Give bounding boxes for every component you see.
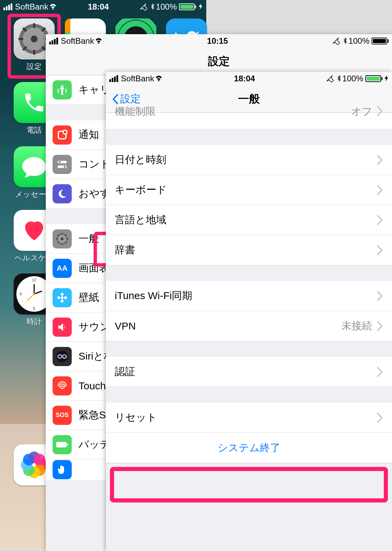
svg-point-20 xyxy=(63,130,67,134)
row-label: 機能制限 xyxy=(115,105,156,119)
chevron-right-icon xyxy=(377,367,383,377)
status-bar: SoftBank 18:04 100% xyxy=(0,0,206,14)
cell-label: 壁紙 xyxy=(79,291,99,305)
svg-rect-31 xyxy=(56,442,67,447)
back-label: 設定 xyxy=(120,92,141,106)
row-dictionary[interactable]: 辞書 xyxy=(106,235,392,265)
notifications-icon xyxy=(53,125,72,145)
clock-label: 10:15 xyxy=(207,36,228,46)
chevron-right-icon xyxy=(377,245,383,255)
chevron-right-icon xyxy=(377,215,383,225)
svg-point-18 xyxy=(33,293,35,295)
hand-icon xyxy=(53,460,72,479)
svg-point-24 xyxy=(64,165,66,167)
wifi-icon xyxy=(50,3,57,10)
siri-icon xyxy=(53,347,72,366)
toggles-icon xyxy=(53,155,72,174)
row-label: 認証 xyxy=(115,365,135,379)
chevron-right-icon xyxy=(377,413,383,423)
row-regulatory[interactable]: 認証 xyxy=(106,357,392,387)
cell-label: Touch xyxy=(79,380,106,392)
svg-point-27 xyxy=(61,299,64,303)
chevron-right-icon xyxy=(377,185,383,195)
row-label: iTunes Wi-Fi同期 xyxy=(115,289,192,303)
battery-pct: 100% xyxy=(342,74,363,83)
status-bar: SoftBank 10:15 100% xyxy=(46,34,392,48)
fingerprint-icon xyxy=(53,376,72,395)
chevron-right-icon xyxy=(377,106,383,116)
charging-bolt-icon xyxy=(384,74,389,83)
bluetooth-icon xyxy=(336,76,340,82)
row-label: 日付と時刻 xyxy=(115,153,166,167)
signal-icon xyxy=(49,38,58,44)
bluetooth-icon xyxy=(342,38,347,44)
heart-icon xyxy=(22,219,46,241)
antenna-icon xyxy=(53,80,72,99)
flower-icon xyxy=(53,288,72,307)
svg-point-26 xyxy=(61,293,64,296)
battery-cell-icon xyxy=(53,435,72,454)
wifi-icon xyxy=(155,75,163,82)
battery-pct: 100% xyxy=(156,2,177,12)
carrier-label: SoftBank xyxy=(121,74,154,83)
battery-icon xyxy=(365,75,382,82)
row-keyboard[interactable]: キーボード xyxy=(106,175,392,205)
row-label: リセット xyxy=(115,411,157,425)
photos-flower-icon xyxy=(20,451,48,479)
bluetooth-icon xyxy=(149,4,154,10)
row-value: 未接続 xyxy=(341,319,372,333)
status-bar: SoftBank 18:04 100% xyxy=(106,72,392,85)
svg-point-28 xyxy=(57,296,60,299)
row-value: オフ xyxy=(351,105,372,119)
battery-icon xyxy=(179,3,196,10)
signal-icon xyxy=(3,3,12,10)
svg-line-16 xyxy=(34,291,42,294)
cell-label: 画面表 xyxy=(79,261,109,275)
gear-icon xyxy=(53,229,72,248)
row-language[interactable]: 言語と地域 xyxy=(106,205,392,235)
battery-icon xyxy=(372,38,389,44)
row-datetime[interactable]: 日付と時刻 xyxy=(106,145,392,175)
row-vpn[interactable]: VPN 未接続 xyxy=(106,311,392,341)
row-label: 言語と地域 xyxy=(115,213,166,227)
row-restrictions[interactable]: 機能制限 オフ xyxy=(106,113,392,129)
chevron-right-icon xyxy=(377,291,383,301)
chevron-right-icon xyxy=(377,321,383,331)
phone-handset-icon xyxy=(22,91,46,115)
signal-icon xyxy=(109,75,118,82)
charging-bolt-icon xyxy=(199,2,203,12)
nav-title: 設定 xyxy=(46,48,392,75)
battery-pct: 100% xyxy=(349,36,369,46)
svg-point-25 xyxy=(61,296,64,299)
location-arrow-icon xyxy=(332,37,340,45)
svg-text:12: 12 xyxy=(32,278,37,282)
svg-point-29 xyxy=(64,296,67,299)
carrier-label: SoftBank xyxy=(15,2,48,12)
row-reset[interactable]: リセット xyxy=(106,403,392,433)
cell-label: 一般 xyxy=(79,232,99,246)
svg-point-23 xyxy=(59,161,61,163)
clock-label: 18:04 xyxy=(88,2,109,12)
svg-rect-32 xyxy=(67,443,68,445)
svg-line-17 xyxy=(27,294,34,301)
svg-text:9: 9 xyxy=(19,292,22,296)
chevron-right-icon xyxy=(377,155,383,165)
nav-title: 一般 xyxy=(238,92,260,107)
row-label: 辞書 xyxy=(115,243,135,257)
speaker-icon xyxy=(53,318,72,337)
carrier-label: SoftBank xyxy=(61,36,94,46)
sos-icon: SOS xyxy=(53,406,72,425)
row-shutdown[interactable]: システム終了 xyxy=(106,433,392,463)
wifi-icon xyxy=(95,38,103,44)
cell-label: 通知 xyxy=(79,128,99,142)
location-arrow-icon xyxy=(140,3,147,11)
speech-bubble-icon xyxy=(21,155,47,179)
clock-label: 18:04 xyxy=(234,74,255,83)
moon-icon xyxy=(53,184,72,203)
row-label: システム終了 xyxy=(218,441,280,455)
row-label: キーボード xyxy=(115,183,167,197)
row-itunes-sync[interactable]: iTunes Wi-Fi同期 xyxy=(106,281,392,311)
svg-text:6: 6 xyxy=(33,306,35,310)
location-arrow-icon xyxy=(326,75,334,82)
general-screen: SoftBank 18:04 100% 設定 一般 機能制限 オフ 日付と時刻 … xyxy=(106,72,392,551)
